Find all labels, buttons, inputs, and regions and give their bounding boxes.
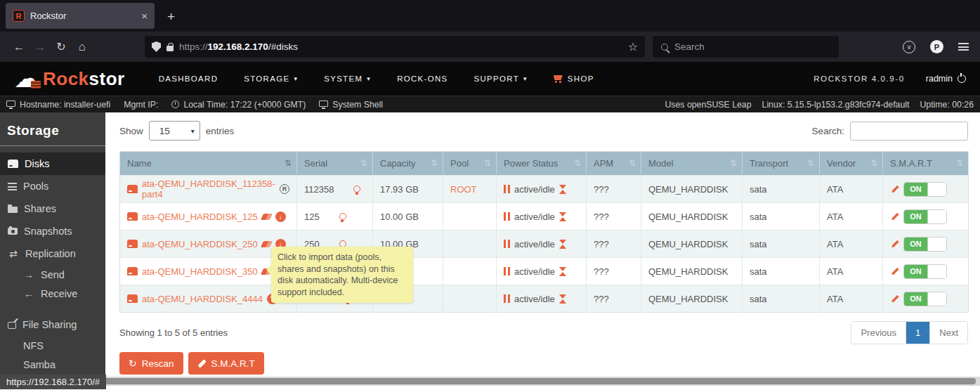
sidebar-item-file-sharing[interactable]: File Sharing [0,313,105,336]
page-1-button[interactable]: 1 [906,322,929,344]
vendor-value: ATA [820,176,883,203]
menu-icon[interactable] [958,43,969,51]
col-name[interactable]: Name⇅ [120,152,297,176]
profile-icon[interactable]: P [930,40,943,53]
pencil-icon[interactable] [890,267,899,276]
rescan-button[interactable]: ↻Rescan [119,352,183,375]
rockstor-logo[interactable]: ☁ Rockstor [14,68,125,90]
pencil-icon[interactable] [890,294,899,304]
col-pool[interactable]: Pool⇅ [443,152,497,176]
new-tab-button[interactable]: + [167,9,175,25]
smart-toggle[interactable]: ON [903,237,947,252]
system-shell-link[interactable]: System Shell [319,100,383,110]
smart-toggle[interactable]: ON [903,209,947,224]
home-icon[interactable]: ⌂ [72,40,93,54]
search-label: Search: [811,126,844,136]
back-icon[interactable]: ← [8,41,30,53]
col-vendor[interactable]: Vendor⇅ [820,152,883,176]
nav-system[interactable]: SYSTEM▾ [324,74,371,83]
nav-support[interactable]: SUPPORT▾ [474,74,528,83]
arrow-right-icon: → [23,269,34,280]
lock-icon[interactable] [166,46,174,51]
disk-link[interactable]: ata-QEMU_HARDDISK_112358-part4 [142,178,275,200]
hourglass-icon [559,212,567,221]
pencil-icon[interactable] [890,185,899,194]
refresh-icon: ↻ [129,358,137,369]
scrollbar-thumb[interactable] [83,378,976,384]
tracking-shield-icon[interactable] [152,41,161,52]
power-icon[interactable] [958,74,966,83]
page-size-select[interactable]: 15▾ [149,121,200,141]
user-menu[interactable]: radmin [926,74,966,84]
chevron-down-icon: ▾ [523,75,528,82]
import-icon[interactable]: ↓ [275,212,286,222]
pocket-icon[interactable]: ∨ [903,41,915,53]
disk-link[interactable]: ata-QEMU_HARDDISK_125 [142,212,258,222]
browser-window: R Rockstor × + ← → ↻ ⌂ https://192.168.2… [0,0,980,390]
smart-toggle[interactable]: ON [903,292,947,306]
pencil-icon[interactable] [890,212,899,221]
sidebar-item-shares[interactable]: Shares [0,197,105,220]
transport-value: sata [743,176,820,203]
pool-link[interactable]: ROOT [450,184,477,195]
smart-button[interactable]: S.M.A.R.T [188,352,264,375]
col-apm[interactable]: APM⇅ [587,152,641,176]
nav-dashboard[interactable]: DASHBOARD [159,74,218,83]
bookmark-star-icon[interactable]: ☆ [628,40,638,53]
disk-link[interactable]: ata-QEMU_HARDDISK_350 [142,266,258,277]
horizontal-scrollbar[interactable] [0,377,980,386]
sort-icon: ⇅ [956,158,963,168]
sidebar-item-samba[interactable]: Samba [0,355,105,374]
browser-tab[interactable]: R Rockstor × [6,3,155,29]
nav-shop[interactable]: SHOP [554,74,594,83]
sidebar-item-replication[interactable]: ⇄Replication [0,242,105,265]
sidebar-item-pools[interactable]: Pools [0,175,105,197]
next-page-button[interactable]: Next [929,322,967,344]
show-label: Show [119,126,143,136]
browser-search-box[interactable]: Search [653,36,839,58]
divider [0,145,105,146]
smart-toggle[interactable]: ON [903,264,947,279]
hdd-icon [127,267,138,275]
vendor-value: ATA [820,203,883,230]
col-smart[interactable]: S.M.A.R.T⇅ [883,152,969,176]
model-value: QEMU_HARDDISK [641,230,743,258]
col-serial[interactable]: Serial⇅ [297,152,373,176]
serial-value: 112358 [304,184,334,195]
col-capacity[interactable]: Capacity⇅ [373,152,443,176]
close-tab-icon[interactable]: × [141,10,148,22]
nav-rockons[interactable]: ROCK-ONS [397,74,447,83]
table-search-input[interactable] [850,122,968,141]
smart-toggle[interactable]: ON [903,182,947,197]
sort-icon: ⇅ [574,158,581,168]
sidebar-item-receive[interactable]: ←Receive [0,284,105,303]
sidebar-item-send[interactable]: →Send [0,265,105,284]
sidebar-item-disks[interactable]: Disks [0,152,105,175]
sidebar-item-nfs[interactable]: NFS [0,336,105,355]
previous-page-button[interactable]: Previous [851,322,906,344]
url-bar[interactable]: https://192.168.2.170/#disks ☆ [145,36,645,58]
col-power-status[interactable]: Power Status⇅ [497,152,587,176]
version-label: ROCKSTOR 4.0.9-0 [814,74,905,83]
toggle-handle [927,210,946,223]
col-transport[interactable]: Transport⇅ [743,152,820,176]
disk-link[interactable]: ata-QEMU_HARDDISK_4444 [142,294,263,304]
sort-icon: ⇅ [807,158,814,168]
model-value: QEMU_HARDDISK [641,176,743,203]
reload-icon[interactable]: ↻ [51,40,72,53]
pencil-icon[interactable] [890,240,899,249]
eraser-icon[interactable] [261,214,273,220]
disk-link[interactable]: ata-QEMU_HARDDISK_250 [142,239,258,249]
chevron-down-icon: ▾ [367,75,371,82]
logo-rock: Rock [43,68,89,89]
col-model[interactable]: Model⇅ [641,152,743,176]
forward-icon[interactable]: → [30,41,51,53]
table-footer: Showing 1 to 5 of 5 entries Previous 1 N… [119,321,968,344]
folder-icon [8,207,18,213]
nav-storage[interactable]: STORAGE▾ [244,74,298,83]
power-status-value: active/idle [514,184,555,195]
sidebar-item-snapshots[interactable]: Snapshots [0,220,105,242]
header-right: ROCKSTOR 4.0.9-0 radmin [814,74,966,84]
eraser-icon[interactable] [261,241,273,247]
replication-icon: ⇄ [8,248,19,259]
